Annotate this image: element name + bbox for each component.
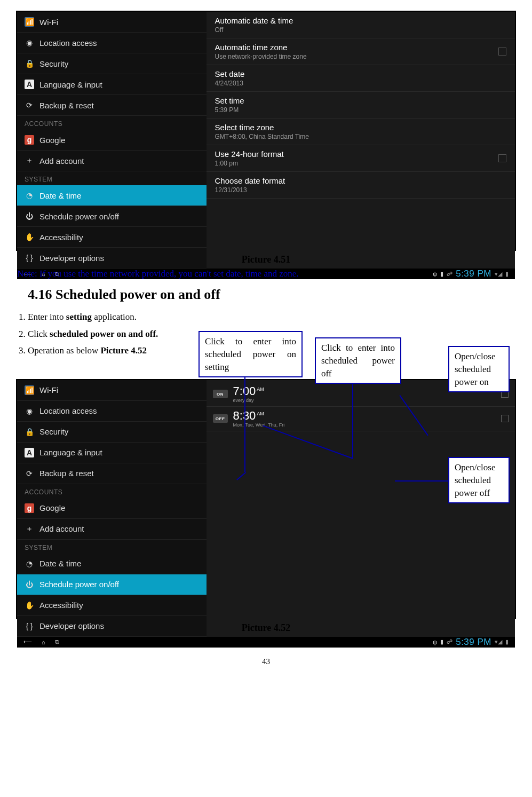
A-icon: A — [25, 448, 34, 457]
setting-row[interactable]: Set time5:39 PM — [207, 92, 515, 119]
sidebar-item[interactable]: ALanguage & input — [17, 443, 207, 463]
screenshot-body: 📶Wi-Fi◉Location access🔒SecurityALanguage… — [17, 12, 515, 269]
sidebar-item[interactable]: gGoogle — [17, 130, 207, 151]
sidebar-item[interactable]: ＋Add account — [17, 519, 207, 540]
wifi-icon: ▾◢ — [495, 271, 502, 278]
sidebar-item[interactable]: 📶Wi-Fi — [17, 12, 207, 33]
setting-subtitle: Use network-provided time zone — [215, 53, 307, 60]
sidebar-header: SYSTEM — [17, 171, 207, 185]
braces-icon: { } — [25, 621, 34, 631]
step-item: Enter into setting application. — [28, 310, 516, 324]
setting-title: Use 24-hour format — [215, 149, 284, 159]
setting-row[interactable]: Select time zoneGMT+8:00, China Standard… — [207, 119, 515, 145]
sidebar-item-label: Language & input — [39, 448, 102, 457]
sidebar-item[interactable]: 🔒Security — [17, 422, 207, 443]
sidebar-item-label: Wi-Fi — [39, 18, 58, 27]
schedule-row[interactable]: OFF 8:30AM Mon, Tue, Wed, Thu, Fri — [207, 407, 515, 431]
setting-row[interactable]: Automatic date & timeOff — [207, 12, 515, 38]
sidebar-item-label: Schedule power on/off — [39, 212, 119, 221]
g-icon: g — [25, 135, 34, 145]
back-icon[interactable]: ⟵ — [23, 638, 32, 645]
sidebar-item-label: Backup & reset — [39, 469, 94, 478]
setting-subtitle: Off — [215, 26, 293, 34]
sidebar-header: SYSTEM — [17, 540, 207, 554]
sidebar-item[interactable]: ⟳Backup & reset — [17, 95, 207, 116]
setting-title: Automatic date & time — [215, 16, 293, 25]
onoff-badge: ON — [213, 390, 228, 398]
hand-icon: ✋ — [25, 601, 34, 610]
sidebar-item[interactable]: ◔Date & time — [17, 554, 207, 574]
checkbox[interactable] — [498, 154, 506, 162]
setting-row[interactable]: Choose date format12/31/2013 — [207, 172, 515, 199]
settings-content: ON 7:00AM every day OFF 8:30AM Mon, Tue,… — [207, 380, 515, 637]
sidebar-item[interactable]: ✋Accessibility — [17, 227, 207, 248]
setting-row[interactable]: Use 24-hour format1:00 pm — [207, 145, 515, 172]
debug-icon: ▮ — [440, 271, 443, 278]
page-root: 📶Wi-Fi◉Location access🔒SecurityALanguage… — [0, 0, 532, 688]
setting-title: Automatic time zone — [215, 43, 307, 52]
sidebar-item[interactable]: ⏻Schedule power on/off — [17, 574, 207, 595]
sidebar-item[interactable]: { }Developer options — [17, 616, 207, 637]
callout-power-on-setting: Click to enter into scheduled power on s… — [198, 331, 303, 377]
backup-icon: ⟳ — [25, 469, 34, 478]
loc-icon: ◉ — [25, 38, 34, 48]
section-heading: 4.16 Scheduled power on and off — [28, 287, 516, 303]
callout-toggle-on: Open/close scheduled power on — [448, 346, 510, 392]
sidebar-item-label: Security — [39, 427, 68, 436]
schedule-time: 7:00AM — [233, 385, 264, 397]
sidebar-item[interactable]: ✋Accessibility — [17, 595, 207, 616]
usb-icon: ψ — [433, 639, 437, 645]
sidebar-item-label: Add account — [39, 524, 84, 533]
schedule-days: Mon, Tue, Wed, Thu, Fri — [233, 422, 285, 428]
sidebar-item-label: Date & time — [39, 191, 81, 200]
setting-subtitle: 5:39 PM — [215, 106, 244, 114]
clock-icon: ◔ — [25, 191, 34, 200]
lock-icon: 🔒 — [25, 59, 34, 68]
page-number: 43 — [16, 657, 516, 666]
setting-subtitle: 4/24/2013 — [215, 80, 245, 87]
hand-icon: ✋ — [25, 232, 34, 242]
sidebar-item[interactable]: { }Developer options — [17, 248, 207, 269]
sidebar-item[interactable]: ⟳Backup & reset — [17, 463, 207, 484]
checkbox[interactable] — [498, 48, 506, 56]
sidebar-item-label: Backup & reset — [39, 101, 94, 110]
sidebar-item[interactable]: ◉Location access — [17, 33, 207, 53]
power-icon: ⏻ — [25, 211, 34, 221]
sidebar-item[interactable]: ALanguage & input — [17, 74, 207, 95]
braces-icon: { } — [25, 253, 34, 263]
recent-icon[interactable]: ⧉ — [55, 638, 59, 645]
sidebar-item[interactable]: ◔Date & time — [17, 185, 207, 206]
sidebar-item[interactable]: gGoogle — [17, 498, 207, 519]
home-icon[interactable]: ⌂ — [42, 639, 45, 645]
checkbox[interactable] — [501, 415, 509, 422]
callout-power-off-setting: Click to enter into scheduled power off — [315, 337, 401, 384]
screenshot-body: 📶Wi-Fi◉Location access🔒SecurityALanguage… — [17, 380, 515, 637]
usb-icon: ψ — [433, 271, 437, 277]
sidebar-item[interactable]: 📶Wi-Fi — [17, 380, 207, 401]
sidebar-item[interactable]: 🔒Security — [17, 53, 207, 74]
sidebar-item-label: Developer options — [39, 621, 104, 630]
settings-content: Automatic date & timeOffAutomatic time z… — [207, 12, 515, 269]
sidebar-item[interactable]: ＋Add account — [17, 151, 207, 171]
wifi-icon: ▾◢ — [495, 638, 502, 645]
setting-subtitle: GMT+8:00, China Standard Time — [215, 133, 309, 140]
leader-line — [244, 377, 245, 472]
wifi-icon: 📶 — [25, 17, 34, 27]
clock-icon: ◔ — [25, 559, 34, 569]
setting-title: Set date — [215, 69, 245, 78]
navbar-clock: 5:39 PM — [456, 269, 491, 279]
sidebar-item-label: Google — [39, 136, 65, 145]
A-icon: A — [25, 80, 34, 89]
android-icon: ☍ — [447, 271, 452, 278]
sidebar-item[interactable]: ◉Location access — [17, 401, 207, 422]
setting-row[interactable]: Set date4/24/2013 — [207, 65, 515, 92]
power-icon: ⏻ — [25, 580, 34, 589]
setting-row[interactable]: Automatic time zoneUse network-provided … — [207, 38, 515, 65]
battery-icon: ▮ — [505, 638, 509, 645]
sidebar-item-label: Location access — [39, 38, 97, 48]
plus-icon: ＋ — [25, 156, 34, 165]
loc-icon: ◉ — [25, 406, 34, 416]
setting-title: Set time — [215, 96, 244, 105]
plus-icon: ＋ — [25, 524, 34, 534]
sidebar-item[interactable]: ⏻Schedule power on/off — [17, 206, 207, 227]
